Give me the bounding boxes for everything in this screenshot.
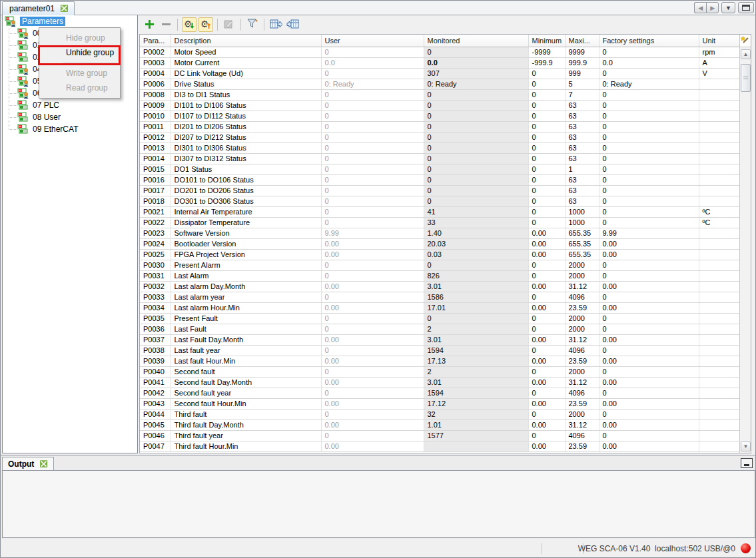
cell[interactable]: 0 [321, 47, 424, 57]
table-row[interactable]: P0047Third fault Hour.Min0.000.0023.590.… [140, 441, 739, 451]
table-row[interactable]: P0046Third fault year01577040960 [140, 430, 739, 441]
table-row[interactable]: P0009DI101 to DI106 Status000630 [140, 100, 739, 111]
scroll-up-icon[interactable]: ▲ [741, 49, 751, 59]
table-row[interactable]: P0008DI3 to DI1 Status00070 [140, 89, 739, 100]
tree-root-parameters[interactable]: Parameters [3, 15, 137, 27]
cell[interactable]: 0 [321, 217, 424, 228]
cell[interactable]: 0 [321, 153, 424, 164]
cell[interactable]: 0.00 [321, 334, 424, 345]
table-row[interactable]: P0044Third fault032020000 [140, 409, 739, 419]
chevron-right-icon[interactable]: ▶ [706, 2, 719, 13]
table-row[interactable]: P0030Present Alarm00020000 [140, 260, 739, 270]
tree-item-08-user[interactable]: 08 User [3, 111, 137, 123]
cell[interactable]: 0 [321, 388, 424, 398]
table-row[interactable]: P0013DI301 to DI306 Status000630 [140, 142, 739, 153]
table-scrollbar[interactable]: ▲ ▼ [739, 35, 751, 453]
table-row[interactable]: P0043Second fault Hour.Min0.0017.120.002… [140, 398, 739, 409]
scroll-down-icon[interactable]: ▼ [741, 441, 751, 451]
cell[interactable]: 0 [321, 68, 424, 79]
close-icon[interactable]: ❎ [60, 5, 68, 12]
column-header-user[interactable]: User [321, 35, 424, 47]
maximize-icon[interactable] [738, 2, 754, 13]
cell[interactable]: 0.0 [321, 57, 424, 68]
menu-item-unhide-group[interactable]: Unhide group [41, 45, 119, 60]
table-row[interactable]: P0022Dissipator Temperature033010000ºC [140, 217, 739, 228]
table-row[interactable]: P0045Third fault Day.Month0.001.010.0031… [140, 419, 739, 430]
table-row[interactable]: P0025FPGA Project Version0.000.030.00655… [140, 249, 739, 260]
tab-output[interactable]: Output ❎ [2, 457, 54, 470]
table-row[interactable]: P0010DI107 to DI112 Status000630 [140, 111, 739, 121]
chevron-down-icon[interactable]: ▼ [721, 2, 735, 13]
cell[interactable]: 0.00 [321, 238, 424, 249]
cell[interactable]: 0 [321, 366, 424, 377]
cell[interactable]: 0 [321, 121, 424, 132]
write-parameters-button[interactable]: ⚙ [198, 17, 213, 32]
tree-item-09-ethercat[interactable]: 09 EtherCAT [3, 123, 137, 135]
table-row[interactable]: P0006Drive Status0: Ready0: Ready050: Re… [140, 79, 739, 89]
table-row[interactable]: P0036Last Fault02020000 [140, 324, 739, 334]
cell[interactable]: 0 [321, 111, 424, 121]
tab-parameter01[interactable]: parameter01 ❎ [2, 1, 75, 15]
close-icon[interactable]: ❎ [39, 461, 47, 467]
table-row[interactable]: P0014DI307 to DI312 Status000630 [140, 153, 739, 164]
cell[interactable]: 9.99 [321, 228, 424, 238]
cell[interactable]: 0 [321, 196, 424, 206]
table-row[interactable]: P0004DC Link Voltage (Ud)030709990V [140, 68, 739, 79]
cell[interactable]: 0 [321, 100, 424, 111]
cell[interactable]: 0 [321, 206, 424, 217]
column-header-monitored[interactable]: Monitored [424, 35, 528, 47]
remove-parameter-button[interactable] [159, 17, 173, 32]
table-row[interactable]: P0038Last fault year01594040960 [140, 345, 739, 356]
column-header-description[interactable]: Description [171, 35, 321, 47]
tree-item-07-plc[interactable]: 07 PLC [3, 99, 137, 111]
cell[interactable]: 0 [321, 132, 424, 142]
table-row[interactable]: P0042Second fault year01594040960 [140, 388, 739, 398]
add-parameter-button[interactable] [142, 17, 157, 32]
scrollbar-thumb[interactable] [741, 64, 751, 92]
table-row[interactable]: P0018DO301 to DO306 Status000630 [140, 196, 739, 206]
cell[interactable]: 0.00 [321, 302, 424, 313]
table-row[interactable]: P0023Software Version9.991.400.00655.359… [140, 228, 739, 238]
column-header-maxi[interactable]: Maxi... [565, 35, 599, 47]
column-header-minimum[interactable]: Minimum [528, 35, 565, 47]
cell[interactable]: 0 [321, 430, 424, 441]
table-row[interactable]: P0017DO201 to DO206 Status000630 [140, 185, 739, 196]
table-row[interactable]: P0040Second fault02020000 [140, 366, 739, 377]
table-row[interactable]: P0012DI207 to DI212 Status000630 [140, 132, 739, 142]
cell[interactable]: 0 [321, 345, 424, 356]
table-row[interactable]: P0003Motor Current0.00.0-999.9999.90.0A [140, 57, 739, 68]
cell[interactable]: 0.00 [321, 377, 424, 388]
table-row[interactable]: P0021Internal Air Temperature041010000ºC [140, 206, 739, 217]
table-row[interactable]: P0002Motor Speed00-999999990rpm [140, 47, 739, 57]
cell[interactable]: 0.00 [321, 356, 424, 366]
table-row[interactable]: P0015DO1 Status00010 [140, 164, 739, 174]
table-row[interactable]: P0032Last alarm Day.Month0.003.010.0031.… [140, 281, 739, 292]
table-row[interactable]: P0016DO101 to DO106 Status000630 [140, 174, 739, 185]
cell[interactable]: 0 [321, 270, 424, 281]
table-row[interactable]: P0031Last Alarm0826020000 [140, 270, 739, 281]
cell[interactable]: 0.00 [321, 398, 424, 409]
cell[interactable]: 0 [321, 89, 424, 100]
filter-button[interactable] [245, 17, 260, 32]
cell[interactable]: 0 [321, 324, 424, 334]
column-header-unit[interactable]: Unit [699, 35, 739, 47]
minimize-icon[interactable] [741, 458, 753, 468]
cell[interactable]: 0 [321, 313, 424, 324]
cell[interactable]: 0.00 [321, 249, 424, 260]
table-row[interactable]: P0034Last alarm Hour.Min0.0017.010.0023.… [140, 302, 739, 313]
read-parameters-button[interactable]: ⚙ [182, 17, 196, 32]
export-table-button[interactable] [268, 17, 283, 32]
table-row[interactable]: P0037Last Fault Day.Month0.003.010.0031.… [140, 334, 739, 345]
cell[interactable]: 0 [321, 185, 424, 196]
cell[interactable]: 0: Ready [321, 79, 424, 89]
column-header-factorysettings[interactable]: Factory settings [599, 35, 699, 47]
cell[interactable]: 0 [321, 164, 424, 174]
table-row[interactable]: P0041Second fault Day.Month0.003.010.003… [140, 377, 739, 388]
cell[interactable]: 0 [321, 260, 424, 270]
table-row[interactable]: P0011DI201 to DI206 Status000630 [140, 121, 739, 132]
cell[interactable]: 0.00 [321, 441, 424, 451]
table-row[interactable]: P0035Present Fault00020000 [140, 313, 739, 324]
table-row[interactable]: P0039Last fault Hour.Min0.0017.130.0023.… [140, 356, 739, 366]
cell[interactable]: 0.00 [321, 281, 424, 292]
magic-wand-icon[interactable] [739, 35, 751, 47]
